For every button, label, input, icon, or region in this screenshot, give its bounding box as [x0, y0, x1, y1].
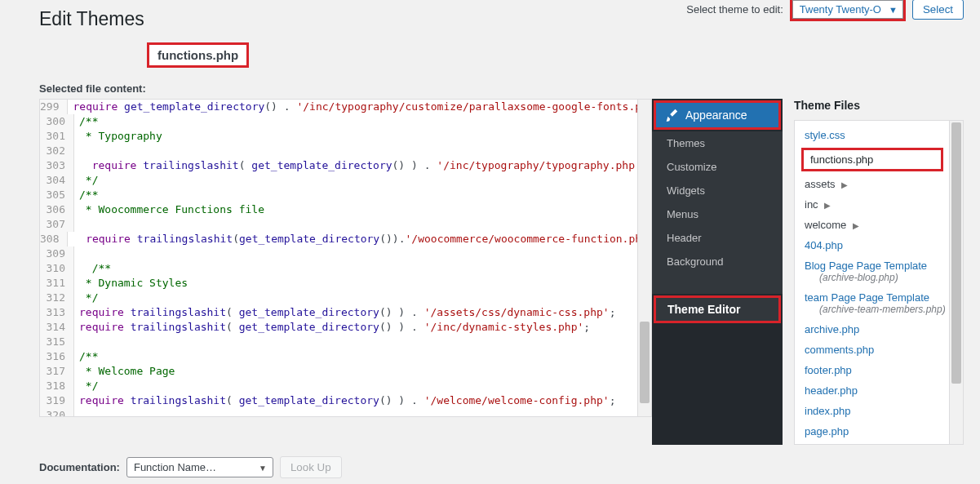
chevron-right-icon: ▶	[853, 221, 859, 230]
theme-file-item[interactable]: inc ▶	[795, 194, 963, 215]
line-number: 311	[40, 276, 74, 291]
file-link[interactable]: 404.php	[805, 239, 843, 251]
code-line[interactable]: 301 * Typography	[40, 129, 651, 144]
code-content[interactable]: require trailingslashit( get_template_di…	[74, 158, 648, 173]
code-line[interactable]: 314require trailingslashit( get_template…	[40, 320, 651, 335]
code-line[interactable]: 310 /**	[40, 261, 651, 276]
code-line[interactable]: 313require trailingslashit( get_template…	[40, 305, 651, 320]
line-number: 307	[40, 217, 74, 232]
sidebar-item-theme-editor[interactable]: Theme Editor	[654, 295, 781, 323]
code-line[interactable]: 315	[40, 335, 651, 349]
sidebar-item-widgets[interactable]: Widgets	[652, 179, 783, 202]
code-content[interactable]: * Dynamic Styles	[74, 276, 188, 291]
line-number: 317	[40, 364, 74, 379]
sidebar-item-background[interactable]: Background	[652, 250, 783, 273]
select-theme-button[interactable]: Select	[912, 0, 964, 20]
scrollbar-thumb[interactable]	[640, 322, 650, 403]
theme-select[interactable]: Twenty Twenty-O ▼	[790, 0, 906, 21]
lookup-button[interactable]: Look Up	[280, 456, 342, 478]
code-content[interactable]: require trailingslashit( get_template_di…	[74, 320, 590, 335]
code-content[interactable]: require trailingslashit( get_template_di…	[74, 393, 615, 408]
code-line[interactable]: 318 */	[40, 379, 651, 393]
sidebar-item-themes[interactable]: Themes	[652, 131, 783, 155]
code-line[interactable]: 304 */	[40, 173, 651, 188]
line-number: 300	[40, 114, 74, 129]
theme-file-item[interactable]: comments.php	[795, 340, 963, 360]
documentation-select[interactable]: Function Name…	[126, 457, 273, 477]
line-number: 303	[40, 158, 74, 173]
code-line[interactable]: 311 * Dynamic Styles	[40, 276, 651, 291]
sidebar-item-appearance[interactable]: Appearance	[654, 100, 781, 130]
theme-file-item[interactable]: Blog Page Page Template(archive-blog.php…	[795, 255, 963, 287]
theme-file-item[interactable]: assets ▶	[795, 174, 963, 194]
theme-file-item[interactable]: welcome ▶	[795, 215, 963, 235]
code-content[interactable]: require get_template_directory() . '/inc…	[68, 100, 652, 114]
code-content[interactable]: * Typography	[74, 129, 162, 144]
code-content[interactable]: /**	[74, 114, 98, 129]
documentation-label: Documentation:	[39, 461, 120, 473]
theme-file-item[interactable]: index.php	[795, 401, 963, 421]
file-link[interactable]: footer.php	[805, 364, 852, 376]
code-line[interactable]: 303 require trailingslashit( get_templat…	[40, 158, 651, 173]
file-link[interactable]: team Page Page Template	[805, 291, 929, 304]
file-link[interactable]: style.css	[805, 129, 845, 141]
code-line[interactable]: 306 * Woocommerce Functions file	[40, 202, 651, 217]
code-content[interactable]: * Welcome Page	[74, 364, 175, 379]
line-number: 309	[40, 246, 74, 261]
code-line[interactable]: 312 */	[40, 291, 651, 305]
code-content[interactable]: /**	[74, 188, 98, 202]
code-line[interactable]: 319require trailingslashit( get_template…	[40, 393, 651, 408]
code-line[interactable]: 305/**	[40, 188, 651, 202]
code-line[interactable]: 317 * Welcome Page	[40, 364, 651, 379]
line-number: 320	[40, 408, 74, 417]
theme-file-item[interactable]: functions.php	[801, 148, 943, 171]
code-content[interactable]: */	[74, 379, 98, 393]
code-content[interactable]: /**	[74, 261, 111, 276]
code-content[interactable]: require trailingslashit( get_template_di…	[74, 305, 615, 320]
theme-file-item[interactable]: footer.php	[795, 360, 963, 380]
code-content[interactable]: /**	[74, 349, 98, 364]
file-link[interactable]: comments.php	[805, 344, 874, 356]
code-content[interactable]: * Woocommerce Functions file	[74, 202, 264, 217]
code-line[interactable]: 320	[40, 408, 651, 417]
code-line[interactable]: 309	[40, 246, 651, 261]
code-content[interactable]	[74, 246, 79, 261]
theme-select-label: Select theme to edit:	[686, 3, 783, 16]
line-number: 299	[40, 100, 68, 114]
code-line[interactable]: 308 require trailingslashit(get_template…	[40, 232, 651, 246]
code-line[interactable]: 299require get_template_directory() . '/…	[40, 100, 651, 114]
file-link[interactable]: index.php	[805, 405, 850, 417]
line-number: 318	[40, 379, 74, 393]
code-editor[interactable]: 299require get_template_directory() . '/…	[39, 99, 652, 417]
code-content[interactable]	[74, 408, 79, 417]
theme-file-item[interactable]: team Page Page Template(archive-team-mem…	[795, 287, 963, 319]
files-scrollbar[interactable]	[949, 121, 963, 444]
sidebar-item-menus[interactable]: Menus	[652, 202, 783, 226]
theme-file-item[interactable]: header.php	[795, 380, 963, 401]
editor-scrollbar[interactable]	[637, 100, 651, 416]
code-line[interactable]: 316/**	[40, 349, 651, 364]
theme-file-item[interactable]: 404.php	[795, 235, 963, 255]
code-content[interactable]: */	[74, 291, 98, 305]
scrollbar-thumb[interactable]	[951, 122, 961, 384]
code-content[interactable]: */	[74, 173, 98, 188]
sidebar-item-customize[interactable]: Customize	[652, 155, 783, 179]
code-line[interactable]: 302	[40, 144, 651, 158]
code-content[interactable]	[74, 217, 79, 232]
theme-file-item[interactable]: archive.php	[795, 319, 963, 340]
theme-file-item[interactable]: page.php	[795, 421, 963, 442]
code-content[interactable]	[74, 335, 79, 349]
code-line[interactable]: 300/**	[40, 114, 651, 129]
line-number: 315	[40, 335, 74, 349]
file-link[interactable]: Blog Page Page Template	[805, 260, 927, 272]
sidebar-item-header[interactable]: Header	[652, 226, 783, 250]
admin-sidebar: Appearance Themes Customize Widgets Menu…	[652, 99, 783, 445]
file-link[interactable]: functions.php	[810, 153, 873, 166]
code-content[interactable]: require trailingslashit(get_template_dir…	[68, 232, 652, 246]
file-link[interactable]: archive.php	[805, 323, 859, 335]
file-link[interactable]: page.php	[805, 425, 849, 437]
code-content[interactable]	[74, 144, 79, 158]
file-link[interactable]: header.php	[805, 384, 858, 397]
code-line[interactable]: 307	[40, 217, 651, 232]
theme-file-item[interactable]: style.css	[795, 125, 963, 145]
